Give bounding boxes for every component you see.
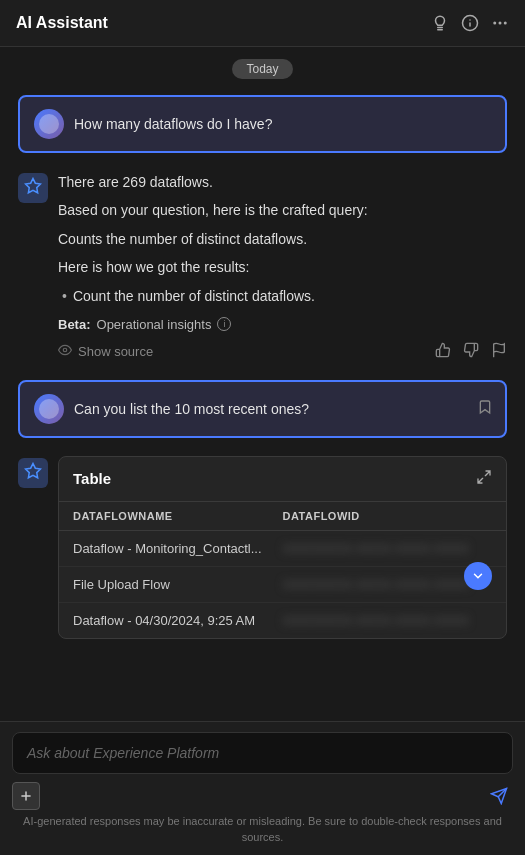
- row-2-id: XXXXXXXX-XXXX-XXXX-XXXX: [283, 577, 493, 592]
- expand-icon[interactable]: [476, 469, 492, 489]
- beta-text: Operational insights: [97, 317, 212, 332]
- col-header-id: DATAFLOWID: [283, 510, 493, 522]
- ai-line-4: Here is how we got the results:: [58, 256, 507, 278]
- bookmark-icon[interactable]: [477, 398, 493, 420]
- row-2-name: File Upload Flow: [73, 577, 283, 592]
- col-header-name: DATAFLOWNAME: [73, 510, 283, 522]
- ai-message-1: There are 269 dataflows. Based on your q…: [8, 165, 517, 368]
- user-avatar-1: [34, 109, 64, 139]
- ai-logo-icon: [24, 177, 42, 199]
- user-avatar-2: [34, 394, 64, 424]
- input-actions: [12, 782, 513, 810]
- today-badge: Today: [232, 59, 292, 79]
- beta-info-icon[interactable]: i: [217, 317, 231, 331]
- ai-body-1: There are 269 dataflows. Based on your q…: [58, 171, 507, 362]
- table-row: Dataflow - Monitoring_Contactl... XXXXXX…: [59, 531, 506, 567]
- user-bubble-2: Can you list the 10 most recent ones?: [18, 380, 507, 438]
- send-button[interactable]: [485, 782, 513, 810]
- show-source-button[interactable]: Show source: [58, 343, 153, 360]
- app-title: AI Assistant: [16, 14, 108, 32]
- avatar-inner-2: [39, 399, 59, 419]
- user-text-2: Can you list the 10 most recent ones?: [74, 401, 309, 417]
- info-icon[interactable]: [461, 14, 479, 32]
- table-row: File Upload Flow XXXXXXXX-XXXX-XXXX-XXXX: [59, 567, 506, 603]
- beta-label: Beta:: [58, 317, 91, 332]
- ai-text-1: There are 269 dataflows. Based on your q…: [58, 171, 507, 307]
- disclaimer-text: AI-generated responses may be inaccurate…: [12, 810, 513, 845]
- eye-icon: [58, 343, 72, 360]
- row-1-name: Dataflow - Monitoring_Contactl...: [73, 541, 283, 556]
- more-options-icon[interactable]: [491, 14, 509, 32]
- avatar-inner: [39, 114, 59, 134]
- user-bubble-1: How many dataflows do I have?: [18, 95, 507, 153]
- ai-line-2: Based on your question, here is the craf…: [58, 199, 507, 221]
- row-1-id: XXXXXXXX-XXXX-XXXX-XXXX: [283, 541, 493, 556]
- thumbs-up-icon[interactable]: [435, 342, 451, 362]
- svg-marker-10: [26, 463, 41, 477]
- app-header: AI Assistant: [0, 0, 525, 47]
- table-row: Dataflow - 04/30/2024, 9:25 AM XXXXXXXX-…: [59, 603, 506, 638]
- table-header: Table: [59, 457, 506, 502]
- ai-line-1: There are 269 dataflows.: [58, 171, 507, 193]
- table-column-headers: DATAFLOWNAME DATAFLOWID: [59, 502, 506, 531]
- user-text-1: How many dataflows do I have?: [74, 116, 272, 132]
- today-badge-wrapper: Today: [0, 47, 525, 89]
- svg-point-6: [504, 22, 507, 25]
- svg-marker-7: [26, 179, 41, 193]
- input-placeholder: Ask about Experience Platform: [27, 745, 219, 761]
- input-area: Ask about Experience Platform AI-generat…: [0, 721, 525, 855]
- ai-avatar-2: [18, 458, 48, 488]
- add-attachment-button[interactable]: [12, 782, 40, 810]
- feedback-icons: [435, 342, 507, 362]
- row-3-id: XXXXXXXX-XXXX-XXXX-XXXX: [283, 613, 493, 628]
- user-message-2: Can you list the 10 most recent ones?: [8, 374, 517, 444]
- ai-line-3: Counts the number of distinct dataflows.: [58, 228, 507, 250]
- ai-bullet-1: Count the number of distinct dataflows.: [58, 285, 507, 307]
- ai-logo-icon-2: [24, 462, 42, 484]
- user-message-1: How many dataflows do I have?: [8, 89, 517, 159]
- ai-avatar-1: [18, 173, 48, 203]
- chat-area: Today How many dataflows do I have? Ther…: [0, 47, 525, 721]
- show-source-row: Show source: [58, 342, 507, 362]
- svg-point-8: [63, 349, 67, 353]
- table-card: Table DATAFLOWNAME DATAFLOWID Dataflow -…: [58, 456, 507, 639]
- svg-point-5: [499, 22, 502, 25]
- bullet-text-1: Count the number of distinct dataflows.: [73, 285, 315, 307]
- beta-line: Beta: Operational insights i: [58, 317, 507, 332]
- row-3-name: Dataflow - 04/30/2024, 9:25 AM: [73, 613, 283, 628]
- header-actions: [431, 14, 509, 32]
- svg-point-4: [493, 22, 496, 25]
- table-rows: Dataflow - Monitoring_Contactl... XXXXXX…: [59, 531, 506, 638]
- table-title: Table: [73, 470, 111, 487]
- thumbs-down-icon[interactable]: [463, 342, 479, 362]
- scroll-down-button[interactable]: [464, 562, 492, 590]
- input-box[interactable]: Ask about Experience Platform: [12, 732, 513, 774]
- table-response: Table DATAFLOWNAME DATAFLOWID Dataflow -…: [8, 450, 517, 645]
- show-source-label: Show source: [78, 344, 153, 359]
- flag-icon[interactable]: [491, 342, 507, 362]
- bulb-icon[interactable]: [431, 14, 449, 32]
